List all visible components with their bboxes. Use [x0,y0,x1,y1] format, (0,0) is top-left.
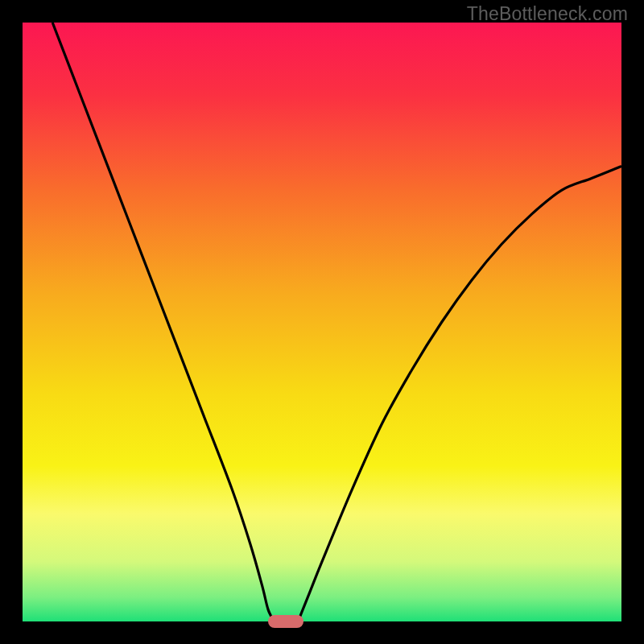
bottleneck-marker [268,615,303,628]
watermark-text: TheBottleneck.com [467,3,628,25]
chart-frame [23,23,621,621]
chart-background [23,23,621,621]
chart-svg [23,23,621,621]
